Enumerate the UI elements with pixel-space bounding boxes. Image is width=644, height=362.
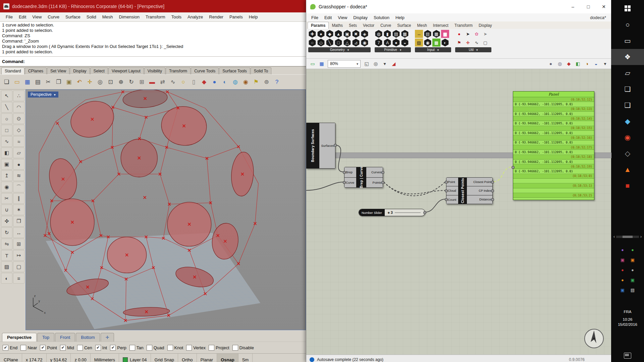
gh-tab-maths[interactable]: Maths xyxy=(329,22,346,29)
circle-param-icon[interactable]: ○ xyxy=(308,39,316,47)
point-tool-icon[interactable]: ∴ xyxy=(13,90,24,101)
rect-param-icon[interactable]: □ xyxy=(334,39,342,47)
rhino-menu-item[interactable]: Render xyxy=(206,13,226,20)
pdf-app-button[interactable]: ■ xyxy=(611,178,644,194)
select-pointer-icon[interactable]: ↖ xyxy=(1,90,12,101)
osnap-checkbox[interactable]: Vertex xyxy=(186,345,206,351)
gh-menu-item[interactable]: View xyxy=(335,14,350,21)
explode-tool-icon[interactable]: ✶ xyxy=(13,204,24,215)
layer-tool-icon[interactable]: ≡ xyxy=(13,273,24,284)
split-tool-icon[interactable]: ∥ xyxy=(13,193,24,204)
caret-down-icon[interactable]: ▾ xyxy=(381,60,388,67)
gh-tab-intersect[interactable]: Intersect xyxy=(430,22,451,29)
save-icon[interactable]: ▦ xyxy=(22,77,33,87)
rotate-tool-icon[interactable]: ↻ xyxy=(1,227,12,238)
checkbox-icon[interactable] xyxy=(147,345,152,351)
checkbox-icon[interactable] xyxy=(60,345,66,351)
pan-hand-icon[interactable]: ✛ xyxy=(85,77,95,87)
text-tool-icon[interactable]: T xyxy=(1,250,12,261)
freeform-tool-icon[interactable]: ≈ xyxy=(13,136,24,147)
tray-icon-6[interactable]: ● xyxy=(628,265,638,275)
visibility-tool-icon[interactable]: ◐ xyxy=(1,273,12,284)
geo-pipe-icon[interactable]: ◉ xyxy=(361,39,369,47)
checkbox-icon[interactable] xyxy=(186,345,192,351)
gh-menu-item[interactable]: File xyxy=(308,14,321,21)
output-nub[interactable] xyxy=(423,211,426,214)
panel-icon[interactable]: ▦ xyxy=(432,30,440,38)
open-definition-icon[interactable]: ▭ xyxy=(309,60,316,67)
input-param[interactable]: Curve xyxy=(344,177,356,188)
perspective-viewport[interactable]: Perspective xyxy=(25,89,306,330)
named-view-icon[interactable]: ⇄ xyxy=(157,77,168,87)
toolbar-tab-select[interactable]: Select xyxy=(90,67,108,74)
colour-swatch-icon[interactable]: ▆ xyxy=(441,30,449,38)
osnap-checkbox[interactable]: Quad xyxy=(147,345,164,351)
block-tool-icon[interactable]: ▢ xyxy=(13,261,24,272)
help-icon[interactable]: ? xyxy=(272,77,282,87)
new-file-icon[interactable]: ❏ xyxy=(1,77,12,87)
gh-menu-item[interactable]: Display xyxy=(350,14,371,21)
number-slider-component[interactable]: Number Slider ◆ 3 xyxy=(359,209,425,216)
point-param-icon[interactable]: ● xyxy=(317,30,325,38)
layer-indicator[interactable]: Layer 04 xyxy=(119,354,151,362)
sketch-icon[interactable]: ● xyxy=(547,60,554,67)
command-input[interactable] xyxy=(25,57,304,66)
checkbox-icon[interactable] xyxy=(129,345,135,351)
box-tool-icon[interactable]: ▣ xyxy=(1,159,12,170)
smarttrack-toggle[interactable]: Sm xyxy=(238,354,253,362)
input-nub[interactable] xyxy=(343,181,346,184)
units-indicator[interactable]: Millimeters xyxy=(91,354,119,362)
input-nub[interactable] xyxy=(445,198,448,201)
cplane-selector[interactable]: CPlane xyxy=(0,354,22,362)
palette-group-label[interactable]: Geometry xyxy=(308,47,371,52)
gh-menu-item[interactable]: Help xyxy=(392,14,408,21)
graph-mapper-icon[interactable]: ▤ xyxy=(424,30,432,38)
grid-snap-toggle[interactable]: Grid Snap xyxy=(151,354,178,362)
undo-icon[interactable]: ↶ xyxy=(74,77,85,87)
checkbox-icon[interactable] xyxy=(77,345,83,351)
rotate-view-icon[interactable]: ↻ xyxy=(126,77,137,87)
viewport-tab-add[interactable]: ✛ xyxy=(101,333,114,342)
viewport-tab-perspective[interactable]: Perspective xyxy=(2,333,37,342)
hatch-tool-icon[interactable]: ▨ xyxy=(1,261,12,272)
command-prompt-row[interactable]: Command: xyxy=(0,57,306,67)
toolbar-tab-viewport-layout[interactable]: Viewport Layout xyxy=(108,67,144,74)
checkbox-icon[interactable] xyxy=(110,345,116,351)
osnap-checkbox[interactable]: Project xyxy=(209,345,229,351)
osnap-checkbox[interactable]: End xyxy=(3,345,17,351)
preview-eye-icon[interactable]: ◎ xyxy=(372,60,379,67)
geometry-param-icon[interactable]: ✚ xyxy=(308,30,316,38)
osnap-checkbox[interactable]: Point xyxy=(40,345,57,351)
toolbar-tab-surface-tools[interactable]: Surface Tools xyxy=(219,67,250,74)
bake-icon[interactable]: ◑ xyxy=(583,60,591,67)
slider-track[interactable] xyxy=(395,213,421,213)
checkbox-icon[interactable] xyxy=(209,345,214,351)
boundary-surfaces-component[interactable]: Boundary Surfaces Surfaces xyxy=(306,123,335,169)
light-icon[interactable]: ○ xyxy=(178,77,189,87)
osnap-checkbox[interactable]: Tan xyxy=(129,345,144,351)
boolean-tool-icon[interactable]: ◉ xyxy=(1,182,12,192)
drop-icon[interactable]: ◆ xyxy=(199,77,209,87)
flag-icon[interactable]: ⚑ xyxy=(455,39,463,47)
gh-tab-mesh[interactable]: Mesh xyxy=(414,22,430,29)
output-nub[interactable] xyxy=(491,181,494,184)
input-nub[interactable] xyxy=(343,171,346,174)
zoom-level-select[interactable]: 80% xyxy=(328,60,361,68)
output-nub[interactable] xyxy=(491,198,494,201)
canvas-compass-widget[interactable] xyxy=(582,326,606,351)
plane-param-icon[interactable]: ▲ xyxy=(334,30,342,38)
gh-titlebar[interactable]: Grasshopper - dodeca* –□✕ xyxy=(306,0,611,13)
lock-icon[interactable]: ▯ xyxy=(189,77,199,87)
toolbar-tab-curve-tools[interactable]: Curve Tools xyxy=(191,67,219,74)
osnap-checkbox[interactable]: Near xyxy=(20,345,37,351)
brep-curve-component[interactable]: BrepCurve Brep | Curve CurvesPoints xyxy=(344,167,383,188)
scale-tool-icon[interactable]: ↔ xyxy=(13,227,24,238)
tray-icon-4[interactable]: ▣ xyxy=(628,255,638,265)
number-slider-icon[interactable]: ↔ xyxy=(415,30,423,38)
checkbox-icon[interactable] xyxy=(20,345,26,351)
checkbox-icon[interactable] xyxy=(40,345,46,351)
rhino-menu-item[interactable]: Surface xyxy=(62,13,84,20)
gh-tab-vector[interactable]: Vector xyxy=(360,22,377,29)
print-icon[interactable]: ▤ xyxy=(33,77,43,87)
group-icon[interactable]: ▢ xyxy=(481,39,489,47)
